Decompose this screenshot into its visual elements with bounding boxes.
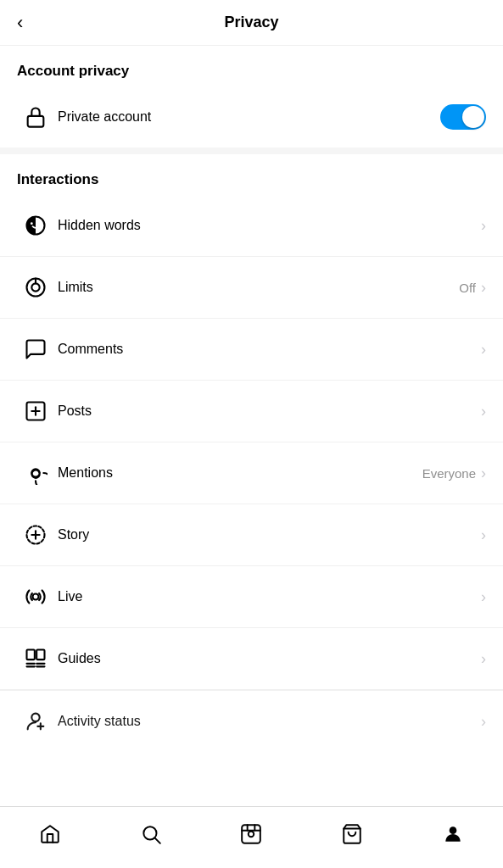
toggle-knob bbox=[462, 106, 484, 128]
hidden-words-icon bbox=[17, 207, 54, 244]
activity-status-row[interactable]: Activity status › bbox=[0, 690, 503, 752]
live-label: Live bbox=[54, 589, 481, 604]
private-account-label: Private account bbox=[54, 109, 440, 125]
mentions-chevron: › bbox=[481, 465, 486, 482]
comments-icon bbox=[17, 331, 54, 368]
nav-home[interactable] bbox=[29, 817, 71, 851]
live-row[interactable]: Live › bbox=[0, 566, 503, 628]
story-row[interactable]: Story › bbox=[0, 504, 503, 566]
lock-icon bbox=[17, 98, 54, 136]
mentions-label: Mentions bbox=[54, 465, 422, 481]
interactions-section: Interactions Hidden words › bbox=[0, 154, 503, 752]
posts-icon bbox=[17, 392, 54, 430]
account-privacy-section: Account privacy Private account bbox=[0, 46, 503, 147]
story-chevron: › bbox=[481, 526, 486, 544]
activity-status-icon bbox=[17, 703, 54, 740]
svg-point-2 bbox=[31, 222, 33, 225]
hidden-words-row[interactable]: Hidden words › bbox=[0, 195, 503, 257]
activity-status-chevron: › bbox=[481, 713, 486, 731]
nav-search[interactable] bbox=[130, 817, 172, 851]
live-icon bbox=[17, 578, 54, 615]
svg-line-22 bbox=[155, 838, 160, 843]
guides-icon bbox=[17, 640, 54, 677]
header: ‹ Privacy bbox=[0, 0, 503, 46]
svg-point-4 bbox=[31, 283, 39, 291]
limits-chevron: › bbox=[481, 279, 486, 297]
svg-rect-15 bbox=[36, 650, 44, 660]
private-account-toggle[interactable] bbox=[440, 104, 486, 130]
svg-point-13 bbox=[33, 594, 39, 600]
svg-rect-14 bbox=[27, 650, 35, 660]
interactions-header: Interactions bbox=[0, 154, 503, 195]
posts-chevron: › bbox=[481, 403, 486, 420]
svg-rect-23 bbox=[243, 825, 261, 843]
svg-point-20 bbox=[31, 714, 39, 721]
svg-point-29 bbox=[449, 826, 456, 834]
comments-row[interactable]: Comments › bbox=[0, 319, 503, 381]
back-button[interactable]: ‹ bbox=[17, 12, 23, 34]
nav-reels[interactable] bbox=[230, 817, 272, 851]
guides-chevron: › bbox=[481, 650, 486, 668]
posts-label: Posts bbox=[54, 403, 481, 419]
posts-row[interactable]: Posts › bbox=[0, 381, 503, 442]
bottom-nav bbox=[0, 806, 503, 868]
mentions-value: Everyone bbox=[422, 466, 476, 481]
svg-rect-0 bbox=[28, 116, 44, 127]
nav-shop[interactable] bbox=[331, 817, 373, 851]
svg-point-24 bbox=[249, 832, 254, 837]
private-account-row[interactable]: Private account bbox=[0, 86, 503, 147]
limits-icon bbox=[17, 269, 54, 306]
limits-label: Limits bbox=[54, 280, 459, 295]
comments-chevron: › bbox=[481, 341, 486, 359]
section-divider-1 bbox=[0, 147, 503, 154]
activity-status-label: Activity status bbox=[54, 714, 481, 729]
hidden-words-label: Hidden words bbox=[54, 218, 481, 233]
guides-row[interactable]: Guides › bbox=[0, 628, 503, 690]
limits-row[interactable]: Limits Off › bbox=[0, 257, 503, 319]
story-icon bbox=[17, 516, 54, 554]
comments-label: Comments bbox=[54, 342, 481, 357]
story-label: Story bbox=[54, 527, 481, 542]
mentions-row[interactable]: Mentions Everyone › bbox=[0, 442, 503, 504]
page-title: Privacy bbox=[224, 14, 278, 31]
hidden-words-chevron: › bbox=[481, 217, 486, 235]
mentions-icon bbox=[17, 454, 54, 492]
account-privacy-header: Account privacy bbox=[0, 46, 503, 86]
content: Account privacy Private account Interact… bbox=[0, 46, 503, 806]
nav-profile[interactable] bbox=[432, 817, 474, 851]
limits-value: Off bbox=[459, 281, 476, 295]
guides-label: Guides bbox=[54, 651, 481, 666]
live-chevron: › bbox=[481, 588, 486, 606]
